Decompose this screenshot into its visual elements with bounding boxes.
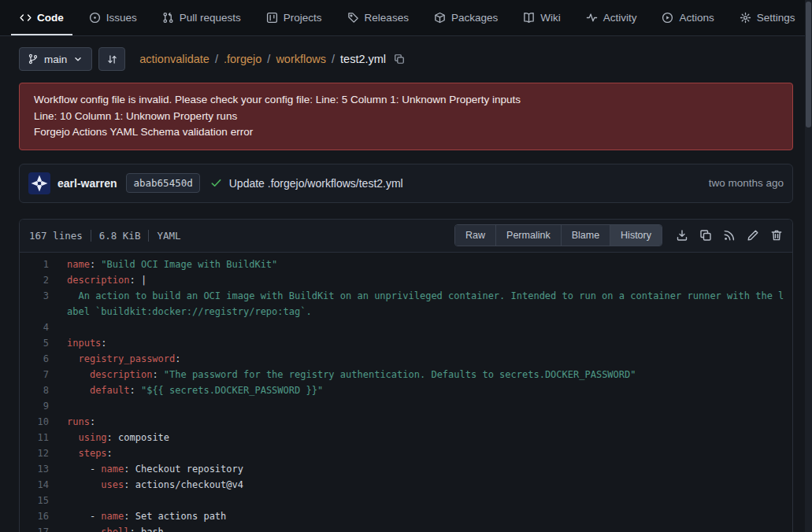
error-line: Forgejo Actions YAML Schema validation e…	[34, 124, 778, 141]
book-icon	[523, 12, 535, 24]
compare-branches-button[interactable]	[98, 47, 125, 71]
scrollbar-track[interactable]	[805, 0, 812, 532]
file-line-count: 167 lines	[29, 230, 83, 242]
code-line-content: uses: actions/checkout@v4	[62, 477, 792, 493]
delete-trash-icon[interactable]	[770, 229, 783, 242]
code-line-content: - name: Checkout repository	[62, 461, 792, 477]
scrollbar-thumb[interactable]	[806, 2, 811, 127]
tab-settings[interactable]: Settings	[731, 0, 804, 35]
copy-path-icon[interactable]	[394, 54, 405, 65]
error-line: Line: 10 Column 1: Unknown Property runs	[34, 109, 778, 125]
code-line: 5inputs:	[20, 335, 792, 351]
breadcrumb-dir-link[interactable]: workflows	[276, 53, 326, 65]
code-line-content: shell: bash	[62, 524, 792, 532]
line-number[interactable]: 13	[20, 461, 62, 477]
tab-wiki[interactable]: Wiki	[514, 0, 569, 35]
compare-icon	[106, 54, 118, 65]
gear-icon	[740, 12, 751, 24]
check-icon[interactable]	[210, 177, 222, 189]
breadcrumb-dir-link[interactable]: .forgejo	[224, 53, 261, 65]
latest-commit-bar: earl-warren abab65450d Update .forgejo/w…	[19, 164, 793, 203]
line-number[interactable]: 7	[20, 367, 62, 382]
edit-pencil-icon[interactable]	[747, 229, 759, 242]
commit-message-link[interactable]: Update .forgejo/workflows/test2.yml	[229, 177, 403, 190]
branch-name: main	[44, 54, 67, 65]
commit-hash-chip[interactable]: abab65450d	[126, 173, 199, 193]
line-number[interactable]: 5	[20, 335, 62, 351]
code-line: 13 - name: Checkout repository	[20, 461, 792, 477]
tab-projects[interactable]: Projects	[258, 0, 331, 35]
code-line: 3 An action to build an OCI image with B…	[20, 288, 792, 320]
tab-label: Packages	[451, 12, 498, 24]
pulse-icon	[586, 12, 598, 24]
breadcrumb-repo-link[interactable]: actionvalidate	[139, 53, 209, 65]
file-action-icons	[676, 229, 783, 242]
code-line: 17 shell: bash	[20, 524, 792, 532]
line-number[interactable]: 17	[20, 524, 62, 532]
breadcrumb-separator: /	[215, 53, 218, 65]
line-number[interactable]: 6	[20, 351, 62, 367]
code-line-content: description: |	[62, 272, 792, 288]
issue-icon	[89, 12, 101, 24]
tag-icon	[347, 12, 359, 24]
tab-activity[interactable]: Activity	[577, 0, 646, 35]
divider	[148, 230, 149, 242]
branch-selector-button[interactable]: main	[19, 47, 92, 71]
code-line-content: An action to build an OCI image with Bui…	[62, 288, 792, 320]
line-number[interactable]: 8	[20, 382, 62, 398]
blame-button[interactable]: Blame	[561, 225, 610, 246]
project-board-icon	[266, 12, 278, 24]
code-lines: 1name: "Build OCI Image with BuildKit"2d…	[20, 253, 792, 532]
branch-icon	[28, 54, 39, 65]
history-button[interactable]: History	[610, 225, 662, 246]
code-line: 6 registry_password:	[20, 351, 792, 367]
line-number[interactable]: 14	[20, 477, 62, 493]
tab-label: Pull requests	[180, 12, 241, 24]
line-number[interactable]: 4	[20, 320, 62, 335]
rss-icon[interactable]	[723, 229, 736, 242]
code-line: 15	[20, 493, 792, 508]
code-line-content: description: "The password for the regis…	[62, 367, 792, 382]
code-line-content	[62, 320, 792, 335]
code-line: 2description: |	[20, 272, 792, 288]
line-number[interactable]: 11	[20, 430, 62, 445]
tab-issues[interactable]: Issues	[80, 0, 146, 35]
permalink-button[interactable]: Permalink	[495, 225, 561, 246]
avatar[interactable]	[28, 172, 50, 194]
code-icon	[20, 12, 32, 24]
tab-actions[interactable]: Actions	[653, 0, 722, 35]
file-size: 6.8 KiB	[99, 230, 141, 242]
tab-pull-requests[interactable]: Pull requests	[154, 0, 250, 35]
repo-navbar: Code Issues Pull requests Projects Relea…	[0, 0, 812, 36]
tab-label: Releases	[365, 12, 409, 24]
package-icon	[434, 12, 446, 24]
tab-label: Activity	[603, 12, 637, 24]
line-number[interactable]: 9	[20, 398, 62, 414]
workflow-error-banner: Workflow config file is invalid. Please …	[19, 83, 793, 150]
line-number[interactable]: 15	[20, 493, 62, 508]
code-line-content	[62, 398, 792, 414]
code-line: 14 uses: actions/checkout@v4	[20, 477, 792, 493]
commit-author[interactable]: earl-warren	[57, 177, 117, 190]
code-line: 16 - name: Set actions path	[20, 508, 792, 524]
code-line-content: name: "Build OCI Image with BuildKit"	[62, 257, 792, 272]
line-number[interactable]: 10	[20, 414, 62, 430]
tab-packages[interactable]: Packages	[425, 0, 506, 35]
code-line: 4	[20, 320, 792, 335]
download-icon[interactable]	[676, 229, 688, 242]
chevron-down-icon	[72, 54, 83, 65]
copy-content-icon[interactable]	[699, 229, 712, 242]
code-line: 1name: "Build OCI Image with BuildKit"	[20, 257, 792, 272]
line-number[interactable]: 16	[20, 508, 62, 524]
line-number[interactable]: 12	[20, 445, 62, 461]
line-number[interactable]: 2	[20, 272, 62, 288]
code-line: 9	[20, 398, 792, 414]
line-number[interactable]: 3	[20, 288, 62, 320]
tab-releases[interactable]: Releases	[339, 0, 417, 35]
file-language: YAML	[157, 230, 180, 242]
code-line-content: runs:	[62, 414, 792, 430]
raw-button[interactable]: Raw	[455, 225, 495, 246]
line-number[interactable]: 1	[20, 257, 62, 272]
tab-code[interactable]: Code	[11, 0, 72, 35]
file-navigation-row: main actionvalidate / .forgejo / workflo…	[19, 47, 793, 71]
